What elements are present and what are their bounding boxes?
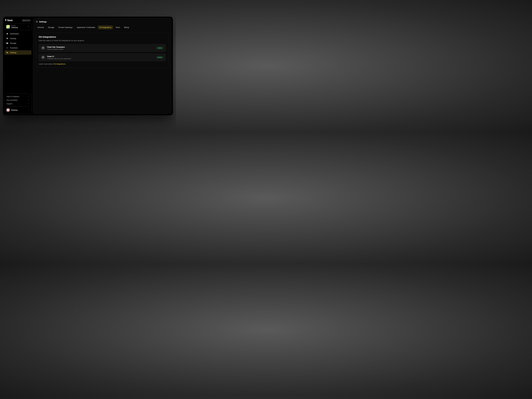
integration-row[interactable]: Fleek Site Templates Allows template cre… — [39, 44, 166, 52]
chevron-right-icon — [28, 109, 29, 111]
tab-storage[interactable]: Storage — [46, 25, 56, 29]
nav-list: Dashboard Hosting Storage — [4, 32, 32, 55]
sidebar-top: fleek Beta v4.0.4 Project Tobiloba — [4, 18, 32, 94]
learn-more-link[interactable]: Git integrations — [53, 63, 65, 65]
project-label: Project — [11, 25, 26, 26]
integration-desc: Publishes sites for your repositories — [47, 58, 154, 59]
gear-icon — [6, 51, 8, 54]
external-link-icon: ↗ — [28, 103, 29, 105]
logo[interactable]: fleek — [5, 19, 13, 22]
nav-label: Dashboard — [10, 33, 19, 35]
user-menu[interactable]: Tobiloba — [5, 107, 31, 113]
footer-link-label: Documentation — [6, 99, 18, 101]
nav-label: Storage — [10, 42, 16, 44]
home-icon — [6, 32, 8, 35]
hosting-icon — [6, 37, 8, 39]
project-info: Project Tobiloba — [11, 25, 26, 29]
project-selector[interactable]: Project Tobiloba — [4, 23, 32, 30]
github-icon — [41, 46, 45, 50]
breadcrumb-text: Settings — [39, 21, 47, 23]
nav-label: Settings — [10, 51, 17, 54]
sidebar-item-settings[interactable]: Settings — [4, 50, 32, 55]
integration-name: Fleek Site Templates — [47, 46, 154, 48]
logo-text: fleek — [7, 19, 13, 22]
learn-more-text: Learn more about Git integrations. — [39, 63, 166, 65]
external-link-icon: ↗ — [28, 99, 29, 101]
version-badge: Beta v4.0.4 — [22, 19, 31, 22]
storage-icon — [6, 42, 8, 44]
card-subtitle: View the status or install Git integrati… — [39, 39, 166, 42]
sidebar-item-storage[interactable]: Storage — [4, 41, 32, 45]
card-title: Git Integrations — [39, 36, 166, 38]
tab-team[interactable]: Team — [114, 25, 122, 29]
user-name: Tobiloba — [11, 109, 26, 111]
functions-icon — [6, 47, 8, 49]
tab-git-integrations[interactable]: Git integrations — [98, 25, 113, 29]
footer-link-docs[interactable]: Documentation ↗ — [5, 98, 31, 102]
sidebar-bottom: Help & Feedback ↗ Documentation ↗ Suppor… — [4, 94, 32, 114]
status-badge: Active — [156, 56, 163, 59]
learn-more-prefix: Learn more about — [39, 63, 53, 65]
bolt-icon — [5, 19, 7, 22]
external-link-icon: ↗ — [28, 96, 29, 98]
integration-name: Fleek CI — [47, 55, 154, 57]
github-icon — [41, 55, 45, 59]
footer-link-label: Support — [6, 103, 12, 105]
git-integrations-card: Git Integrations View the status or inst… — [36, 33, 169, 68]
integration-info: Fleek CI Publishes sites for your reposi… — [47, 55, 154, 59]
svg-rect-0 — [6, 38, 8, 38]
footer-link-help[interactable]: Help & Feedback ↗ — [5, 95, 31, 98]
main-content: Settings General Storage Private Gateway… — [33, 18, 171, 114]
tab-credentials[interactable]: Application Credentials — [75, 25, 97, 29]
user-avatar — [6, 108, 10, 112]
project-avatar — [6, 25, 10, 29]
integration-info: Fleek Site Templates Allows template cre… — [47, 46, 154, 50]
logo-row: fleek Beta v4.0.4 — [4, 18, 32, 23]
status-badge: Active — [156, 47, 163, 49]
chevron-down-icon — [28, 25, 30, 28]
tab-gateways[interactable]: Private Gateways — [57, 25, 74, 29]
footer-link-support[interactable]: Support ↗ — [5, 102, 31, 106]
sidebar-item-functions[interactable]: Functions — [4, 46, 32, 50]
gear-icon — [36, 21, 38, 23]
integration-desc: Allows template creation — [47, 48, 154, 50]
divider — [6, 106, 30, 107]
nav-label: Hosting — [10, 38, 16, 39]
integration-row[interactable]: Fleek CI Publishes sites for your reposi… — [39, 53, 166, 61]
sidebar-item-hosting[interactable]: Hosting — [4, 36, 32, 41]
breadcrumb: Settings — [36, 21, 169, 23]
sidebar-item-dashboard[interactable]: Dashboard — [4, 32, 32, 36]
tab-general[interactable]: General — [36, 25, 45, 29]
svg-rect-1 — [6, 38, 8, 39]
nav-label: Functions — [10, 47, 18, 49]
footer-link-label: Help & Feedback — [6, 95, 19, 98]
learn-more-suffix: . — [65, 63, 66, 65]
tab-billing[interactable]: Billing — [122, 25, 131, 29]
project-name: Tobiloba — [11, 26, 26, 29]
tabs: General Storage Private Gateways Applica… — [36, 25, 169, 29]
app-window: fleek Beta v4.0.4 Project Tobiloba — [3, 17, 173, 115]
sidebar: fleek Beta v4.0.4 Project Tobiloba — [4, 18, 32, 114]
